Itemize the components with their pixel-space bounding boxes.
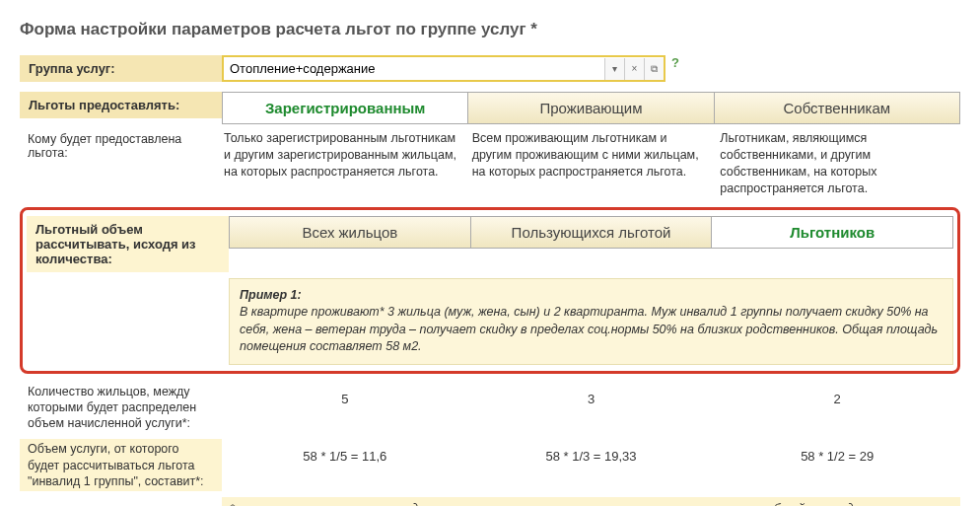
- option-owners[interactable]: Собственникам: [714, 92, 960, 124]
- volume-row: Льготный объем рассчитывать, исходя из к…: [27, 216, 953, 272]
- example-text: В квартире проживают* 3 жильца (муж, жен…: [240, 305, 938, 353]
- provide-to-desc-row: Кому будет предоставлена льгота: Только …: [20, 130, 960, 197]
- provide-to-label: Льготы предоставлять:: [20, 92, 222, 118]
- option-all-residents[interactable]: Всех жильцов: [229, 216, 471, 249]
- chevron-down-icon: ▾: [612, 63, 617, 74]
- desc-owners: Льготникам, являющимся собственниками, и…: [718, 130, 960, 197]
- calc-count-row: Количество жильцов, между которыми будет…: [20, 382, 960, 434]
- example-title: Пример 1:: [240, 288, 302, 302]
- calc-count-1: 5: [222, 382, 468, 416]
- highlighted-section: Льготный объем рассчитывать, исходя из к…: [20, 207, 960, 374]
- option-living[interactable]: Проживающим: [467, 92, 714, 124]
- calc-volume-label: Объем услуги, от которого будет рассчиты…: [20, 439, 222, 491]
- option-registered[interactable]: Зарегистрированным: [222, 92, 468, 124]
- group-row: Группа услуг: ▾ × ⧉ ?: [20, 55, 960, 82]
- footnote: * при условии, что льготы предоставляютс…: [222, 497, 960, 506]
- page-title: Форма настройки параметров расчета льгот…: [20, 20, 960, 39]
- close-icon: ×: [632, 63, 638, 74]
- desc-registered: Только зарегистрированным льготникам и д…: [222, 130, 464, 197]
- option-benefit-users[interactable]: Пользующихся льготой: [470, 216, 713, 249]
- calc-vol-2: 58 * 1/3 = 19,33: [468, 439, 715, 473]
- volume-options: Всех жильцов Пользующихся льготой Льготн…: [229, 216, 953, 249]
- provide-to-row: Льготы предоставлять: Зарегистрированным…: [20, 92, 960, 124]
- group-label: Группа услуг:: [20, 55, 222, 82]
- calc-vol-3: 58 * 1/2 = 29: [714, 439, 960, 473]
- calc-count-label: Количество жильцов, между которыми будет…: [20, 382, 222, 434]
- group-input[interactable]: [224, 57, 604, 80]
- help-icon[interactable]: ?: [671, 55, 679, 70]
- volume-label: Льготный объем рассчитывать, исходя из к…: [27, 216, 229, 272]
- open-button[interactable]: ⧉: [644, 58, 664, 80]
- open-icon: ⧉: [651, 63, 658, 75]
- example-box: Пример 1: В квартире проживают* 3 жильца…: [229, 278, 953, 365]
- clear-button[interactable]: ×: [624, 58, 644, 80]
- dropdown-button[interactable]: ▾: [604, 58, 624, 80]
- option-beneficiaries[interactable]: Льготников: [711, 216, 953, 249]
- provide-to-desc-label: Кому будет предоставлена льгота:: [20, 130, 222, 162]
- group-field: ▾ × ⧉: [222, 55, 665, 82]
- provide-to-options: Зарегистрированным Проживающим Собственн…: [222, 92, 960, 124]
- calc-count-2: 3: [468, 382, 715, 416]
- calc-count-3: 2: [714, 382, 960, 416]
- calc-volume-row: Объем услуги, от которого будет рассчиты…: [20, 439, 960, 491]
- desc-living: Всем проживающим льготникам и другим про…: [470, 130, 713, 197]
- calc-vol-1: 58 * 1/5 = 11,6: [222, 439, 468, 473]
